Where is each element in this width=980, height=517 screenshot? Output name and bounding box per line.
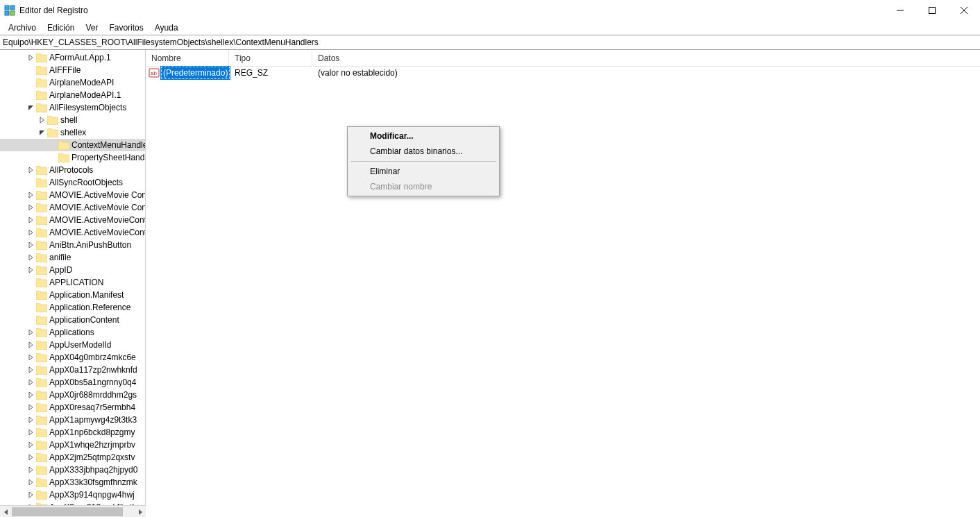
tree-item-label: AppX0bs5a1ngrnny0q4 [49, 378, 136, 387]
expand-closed-icon[interactable] [37, 116, 46, 124]
tree-item[interactable]: AllProtocols [0, 164, 145, 176]
tree-item[interactable]: AMOVIE.ActiveMovieControl [0, 214, 145, 226]
expand-closed-icon[interactable] [26, 341, 35, 349]
column-header-data[interactable]: Datos [312, 50, 980, 67]
address-bar[interactable]: Equipo\HKEY_CLASSES_ROOT\AllFilesystemOb… [0, 35, 980, 50]
menu-ayuda[interactable]: Ayuda [149, 22, 184, 34]
tree-item[interactable]: anifile [0, 251, 145, 264]
svg-marker-28 [29, 430, 33, 435]
tree-hscrollbar[interactable] [0, 505, 146, 517]
expand-closed-icon[interactable] [26, 191, 35, 199]
tree-item[interactable]: PropertySheetHandlers [0, 151, 145, 164]
expand-closed-icon[interactable] [26, 228, 35, 237]
menu-archivo[interactable]: Archivo [3, 22, 42, 34]
menu-favoritos[interactable]: Favoritos [103, 22, 149, 34]
expand-closed-icon[interactable] [26, 216, 35, 224]
expand-closed-icon[interactable] [26, 378, 35, 387]
tree-item[interactable]: AMOVIE.ActiveMovie Control [0, 189, 145, 201]
tree-item[interactable]: AppX0a117zp2nwhknfd [0, 364, 145, 376]
context-menu-item[interactable]: Eliminar [349, 164, 498, 179]
expand-closed-icon[interactable] [26, 266, 35, 274]
expand-closed-icon[interactable] [26, 241, 35, 249]
tree-item[interactable]: Application.Manifest [0, 289, 145, 301]
column-header-name[interactable]: Nombre [146, 50, 229, 67]
expand-closed-icon[interactable] [26, 353, 35, 362]
tree-item[interactable]: AppID [0, 264, 145, 276]
folder-icon [36, 316, 47, 325]
expand-closed-icon[interactable] [26, 478, 35, 486]
tree-item[interactable]: AppX0bs5a1ngrnny0q4 [0, 376, 145, 389]
tree-item[interactable]: Application.Reference [0, 301, 145, 314]
tree-item[interactable]: AFormAut.App.1 [0, 51, 145, 64]
tree-item[interactable]: AppX3p914qnpgw4hwj [0, 489, 145, 501]
expand-closed-icon[interactable] [26, 53, 35, 62]
minimize-button[interactable] [884, 0, 916, 21]
tree-item-label: Application.Manifest [49, 290, 124, 300]
tree-item[interactable]: AppUserModelId [0, 339, 145, 351]
expand-closed-icon[interactable] [26, 466, 35, 474]
tree-item-label: APPLICATION [49, 278, 103, 287]
tree-item[interactable]: AppX04g0mbrz4mkc6e [0, 351, 145, 364]
expand-closed-icon[interactable] [26, 203, 35, 212]
tree-item[interactable]: AppX2jm25qtmp2qxstv [0, 451, 145, 464]
app-icon [4, 5, 15, 16]
tree-item[interactable]: AirplaneModeAPI.1 [0, 89, 145, 101]
tree-item[interactable]: AMOVIE.ActiveMovieControl.2 [0, 226, 145, 239]
tree-item[interactable]: AppX1apmywg4z9t3tk3 [0, 414, 145, 426]
expand-closed-icon[interactable] [26, 441, 35, 449]
maximize-button[interactable] [916, 0, 948, 21]
column-header-type[interactable]: Tipo [229, 50, 312, 67]
close-button[interactable] [948, 0, 980, 21]
window-title: Editor del Registro [19, 6, 88, 15]
expand-closed-icon[interactable] [26, 253, 35, 262]
tree-item[interactable]: AppX0jr688mrddhm2gs [0, 389, 145, 401]
expand-closed-icon[interactable] [26, 416, 35, 424]
folder-icon [36, 91, 47, 100]
tree-item-label: AMOVIE.ActiveMovie Control [49, 190, 145, 200]
expand-closed-icon[interactable] [26, 166, 35, 174]
expand-closed-icon[interactable] [26, 428, 35, 437]
context-menu-item[interactable]: Modificar... [349, 128, 498, 144]
tree-item[interactable]: AirplaneModeAPI [0, 76, 145, 89]
list-pane[interactable]: Nombre Tipo Datos ab(Predeterminado)REG_… [146, 50, 980, 505]
tree-item[interactable]: AllSyncRootObjects [0, 176, 145, 189]
tree-item[interactable]: shell [0, 114, 145, 126]
tree-item[interactable]: AMOVIE.ActiveMovie Control.2 [0, 201, 145, 214]
scroll-thumb[interactable] [12, 507, 123, 516]
expand-closed-icon[interactable] [26, 366, 35, 374]
tree-item[interactable]: Applications [0, 326, 145, 339]
scroll-track[interactable] [12, 506, 134, 517]
tree-item[interactable]: AppX0resaq7r5ermbh4 [0, 401, 145, 414]
expand-closed-icon[interactable] [26, 391, 35, 399]
tree-pane[interactable]: AFormAut.App.1AIFFFileAirplaneModeAPIAir… [0, 50, 146, 505]
tree-item[interactable]: AppX1np6bckd8pzgmy [0, 426, 145, 439]
folder-icon [36, 228, 47, 237]
tree-item[interactable]: AppX333jbhpaq2hjpyd0 [0, 464, 145, 476]
scroll-left-arrow[interactable] [0, 506, 12, 517]
tree-item[interactable]: AniBtn.AniPushButton [0, 239, 145, 251]
svg-marker-37 [4, 509, 8, 515]
folder-icon [36, 78, 47, 87]
list-row[interactable]: ab(Predeterminado)REG_SZ(valor no establ… [146, 67, 980, 79]
scroll-right-arrow[interactable] [134, 506, 146, 517]
tree-item[interactable]: ApplicationContent [0, 314, 145, 326]
expand-closed-icon[interactable] [26, 453, 35, 461]
expand-closed-icon[interactable] [26, 491, 35, 499]
expand-closed-icon[interactable] [26, 403, 35, 412]
expand-open-icon[interactable] [37, 128, 46, 137]
menu-edición[interactable]: Edición [42, 22, 80, 34]
svg-rect-0 [5, 6, 9, 10]
folder-icon [36, 391, 47, 400]
tree-item[interactable]: ContextMenuHandlers [0, 139, 145, 151]
tree-item[interactable]: AIFFFile [0, 64, 145, 76]
menu-ver[interactable]: Ver [80, 22, 103, 34]
expand-none [26, 91, 35, 99]
tree-item[interactable]: APPLICATION [0, 276, 145, 289]
tree-item[interactable]: AppX33k30fsgmfhnzmk [0, 476, 145, 489]
expand-open-icon[interactable] [26, 103, 35, 112]
expand-closed-icon[interactable] [26, 328, 35, 337]
tree-item[interactable]: shellex [0, 126, 145, 139]
tree-item[interactable]: AppX1whqe2hzrjmprbv [0, 439, 145, 451]
context-menu-item[interactable]: Cambiar datos binarios... [349, 144, 498, 159]
tree-item[interactable]: AllFilesystemObjects [0, 101, 145, 114]
